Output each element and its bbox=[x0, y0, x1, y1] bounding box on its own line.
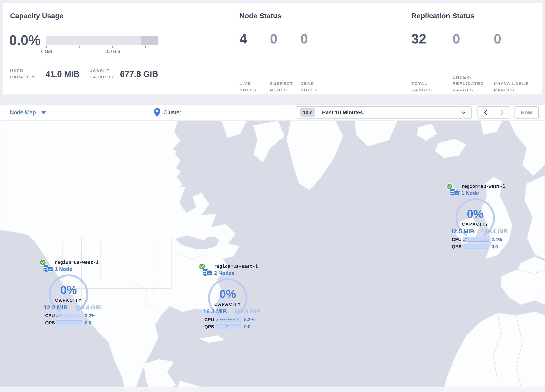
used-capacity: USED CAPACITY 41.0 MiB bbox=[10, 68, 79, 81]
region-node-count-link[interactable]: 1 Node bbox=[55, 266, 72, 272]
node-status-section: Node Status 4 LIVE NODES 0 SUSPECT NODES… bbox=[240, 12, 386, 20]
capacity-usage-bar: 0 GiB 400 GiB bbox=[46, 36, 158, 54]
total-ranges-stat: 32 TOTAL RANGES bbox=[411, 32, 453, 93]
cpu-metric-row: CPU 3.2% bbox=[39, 313, 106, 318]
capacity-gauge-label: CAPACITY bbox=[205, 302, 251, 307]
qps-sparkline bbox=[463, 244, 489, 249]
qps-metric-row: QPS 0.0 bbox=[446, 244, 513, 249]
capacity-bar-track bbox=[46, 36, 158, 45]
qps-label: QPS bbox=[452, 244, 461, 249]
region-node-count-link[interactable]: 2 Nodes bbox=[214, 270, 234, 276]
database-stack-icon bbox=[43, 262, 54, 274]
time-range-badge: 10m bbox=[300, 108, 315, 117]
step-forward-button[interactable] bbox=[494, 107, 510, 118]
tick-mark bbox=[145, 46, 146, 48]
cpu-sparkline bbox=[56, 313, 82, 318]
qps-value: 0.0 bbox=[244, 324, 251, 330]
capacity-gauge-percent: 0% bbox=[48, 283, 89, 297]
qps-value: 0.0 bbox=[491, 244, 498, 249]
cpu-sparkline bbox=[463, 237, 489, 242]
cpu-metric-row: CPU 2.4% bbox=[446, 237, 513, 242]
under-replicated-ranges-value: 0 bbox=[453, 32, 494, 46]
qps-metric-row: QPS 0.0 bbox=[198, 324, 265, 330]
unavailable-ranges-value: 0 bbox=[494, 32, 535, 46]
region-marker-us-west-1[interactable]: region=us-west-1 1 Node 0% CAPACITY 12.2… bbox=[39, 259, 115, 328]
dead-nodes-value: 0 bbox=[301, 32, 331, 46]
view-selector-dropdown[interactable]: Node Map bbox=[10, 105, 46, 120]
database-stack-icon bbox=[449, 186, 461, 198]
capacity-bar-tick-labels: 0 GiB 400 GiB bbox=[46, 49, 158, 54]
node-map-dashboard: Capacity Usage 0.0% 0 GiB 400 GiB bbox=[0, 0, 545, 392]
capacity-gauge-percent: 0% bbox=[454, 207, 496, 221]
toolbar-divider bbox=[286, 104, 286, 121]
map-footer-strip bbox=[0, 387, 545, 392]
time-range-label: Past 10 Minutes bbox=[322, 109, 363, 116]
region-locality-link[interactable]: region=us-west-1 bbox=[55, 260, 99, 265]
region-total-capacity: 338.9 GiB bbox=[234, 308, 260, 315]
dead-nodes-label: DEAD NODES bbox=[301, 81, 331, 93]
capacity-gauge-label: CAPACITY bbox=[452, 222, 498, 227]
live-nodes-value: 4 bbox=[240, 32, 270, 46]
region-used-capacity: 16.3 MiB bbox=[203, 308, 227, 315]
region-marker-us-east-1[interactable]: region=us-east-1 2 Nodes 0% CAPACITY 16.… bbox=[198, 263, 274, 332]
region-used-capacity: 12.5 MiB bbox=[451, 228, 474, 235]
suspect-nodes-label: SUSPECT NODES bbox=[270, 81, 301, 93]
now-button[interactable]: Now bbox=[514, 106, 539, 118]
tick-mark bbox=[112, 46, 113, 48]
used-capacity-label: USED CAPACITY bbox=[10, 68, 42, 81]
replication-status-section: Replication Status 32 TOTAL RANGES 0 UND… bbox=[411, 12, 539, 20]
cpu-value: 5.2% bbox=[244, 317, 254, 322]
under-replicated-ranges-stat: 0 UNDER-REPLICATED RANGES bbox=[453, 32, 494, 93]
cpu-label: CPU bbox=[204, 317, 214, 322]
under-replicated-ranges-label: UNDER-REPLICATED RANGES bbox=[453, 74, 494, 93]
capacity-bar-reserved-segment bbox=[141, 36, 158, 45]
unavailable-ranges-label: UNAVAILABLE RANGES bbox=[494, 81, 535, 93]
cpu-sparkline bbox=[216, 317, 241, 322]
view-selector-label: Node Map bbox=[10, 109, 36, 116]
qps-sparkline bbox=[216, 324, 241, 329]
suspect-nodes-value: 0 bbox=[270, 32, 301, 46]
chevron-down-icon bbox=[461, 110, 466, 115]
tick-mark bbox=[46, 46, 47, 48]
usable-capacity: USABLE CAPACITY 677.8 GiB bbox=[89, 68, 158, 81]
triangle-down-icon bbox=[41, 112, 46, 114]
replication-status-title: Replication Status bbox=[411, 12, 539, 20]
step-back-button[interactable] bbox=[478, 107, 494, 118]
region-node-count-link[interactable]: 1 Node bbox=[461, 190, 479, 196]
suspect-nodes-stat: 0 SUSPECT NODES bbox=[270, 32, 301, 93]
node-map[interactable]: region=us-west-1 1 Node 0% CAPACITY 12.2… bbox=[0, 121, 545, 392]
cpu-value: 3.2% bbox=[85, 313, 95, 318]
unavailable-ranges-stat: 0 UNAVAILABLE RANGES bbox=[494, 32, 535, 93]
cpu-label: CPU bbox=[45, 313, 55, 318]
qps-label: QPS bbox=[204, 324, 214, 330]
cpu-value: 2.4% bbox=[491, 237, 502, 242]
database-stack-icon bbox=[202, 266, 213, 278]
region-locality-link[interactable]: region=us-east-1 bbox=[214, 264, 258, 269]
map-toolbar: Node Map Cluster 10m Past 10 Minutes bbox=[0, 105, 545, 120]
dead-nodes-stat: 0 DEAD NODES bbox=[301, 32, 331, 93]
total-ranges-label: TOTAL RANGES bbox=[411, 81, 453, 93]
usable-capacity-value: 677.8 GiB bbox=[120, 69, 158, 79]
region-marker-eu-west-1[interactable]: region=eu-west-1 1 Node 0% CAPACITY 12.5… bbox=[446, 183, 521, 252]
time-range-dropdown[interactable]: 10m Past 10 Minutes bbox=[296, 106, 472, 118]
used-capacity-value: 41.0 MiB bbox=[46, 69, 79, 79]
region-used-capacity: 12.2 MiB bbox=[44, 304, 68, 311]
capacity-gauge-label: CAPACITY bbox=[46, 298, 92, 303]
cluster-summary-panel: Capacity Usage 0.0% 0 GiB 400 GiB bbox=[3, 3, 542, 95]
live-nodes-stat: 4 LIVE NODES bbox=[240, 32, 270, 93]
breadcrumb[interactable]: Cluster bbox=[154, 105, 181, 120]
breadcrumb-label: Cluster bbox=[163, 109, 181, 116]
usable-capacity-label: USABLE CAPACITY bbox=[89, 68, 116, 81]
cpu-label: CPU bbox=[452, 237, 461, 242]
capacity-gauge-percent: 0% bbox=[207, 287, 249, 301]
world-map-graphic bbox=[0, 121, 545, 392]
qps-metric-row: QPS 0.0 bbox=[39, 320, 106, 325]
cpu-metric-row: CPU 5.2% bbox=[198, 317, 265, 322]
region-locality-link[interactable]: region=eu-west-1 bbox=[461, 184, 505, 189]
region-total-capacity: 169.4 GiB bbox=[74, 304, 101, 311]
tick-mark bbox=[79, 46, 80, 48]
capacity-values-row: USED CAPACITY 41.0 MiB USABLE CAPACITY 6… bbox=[10, 68, 169, 81]
total-ranges-value: 32 bbox=[411, 32, 453, 46]
qps-value: 0.0 bbox=[85, 320, 91, 325]
map-pin-icon bbox=[154, 108, 161, 117]
